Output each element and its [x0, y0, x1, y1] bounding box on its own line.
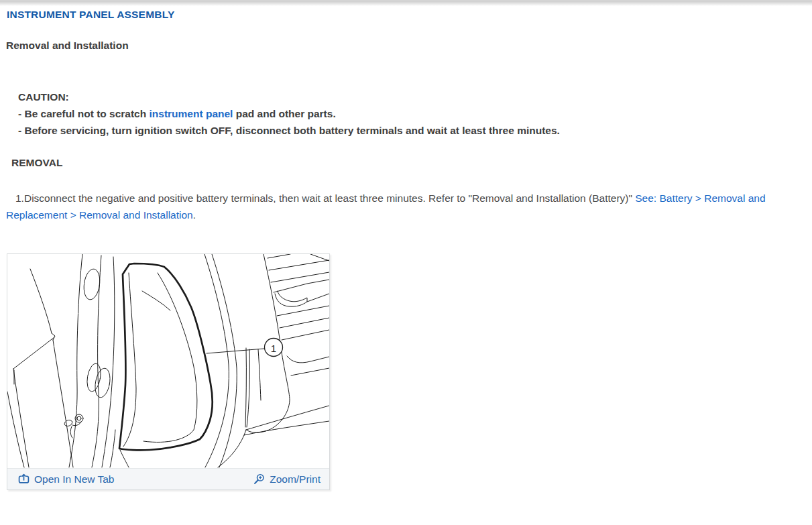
louver-line-5 — [280, 318, 329, 328]
removal-heading: REMOVAL — [11, 157, 812, 169]
caution-label: CAUTION: — [18, 89, 812, 105]
top-shadow-band — [0, 0, 812, 6]
louver-line-8 — [291, 368, 329, 375]
vent-top-line — [274, 280, 329, 292]
dash-face-line-3 — [258, 349, 261, 400]
door-edge-upper — [30, 269, 52, 333]
magnifier-plus-icon — [253, 473, 265, 485]
caution-line-1-pre: - Be careful not to scratch — [18, 108, 150, 119]
louver-line-3 — [271, 272, 329, 282]
finisher-crease-line — [142, 291, 170, 310]
louver-line-2 — [269, 260, 329, 270]
clip-washer — [64, 419, 73, 427]
caution-line-2: - Before servicing, turn ignition switch… — [18, 122, 812, 139]
figure-footer-bar: Open In New Tab Zoom/Print — [7, 468, 329, 489]
instrument-panel-diagram: 1 — [7, 254, 329, 468]
louver-line-1 — [268, 254, 290, 258]
instrument-panel-link[interactable]: instrument panel — [150, 108, 233, 119]
caution-line-1: - Be careful not to scratch instrument p… — [18, 105, 812, 122]
dash-face-line-1 — [245, 348, 246, 427]
pillar-line-4 — [110, 430, 115, 467]
pillar-line-3 — [102, 257, 115, 467]
open-in-new-tab-icon — [18, 473, 30, 485]
pillar-line-2 — [92, 255, 101, 467]
step-1-suffix: . — [193, 209, 196, 221]
opening-curve-2 — [212, 254, 237, 467]
step-1-number: 1. — [15, 192, 24, 204]
caution-line-1-post: pad and other parts. — [233, 108, 335, 119]
step-1-text: Disconnect the negative and positive bat… — [24, 192, 635, 204]
zoom-print-link[interactable]: Zoom/Print — [253, 473, 321, 485]
step-1-paragraph: 1.Disconnect the negative and positive b… — [6, 190, 805, 223]
door-corner-line — [13, 337, 54, 369]
door-lower-line-2 — [7, 392, 24, 467]
vent-vane — [275, 291, 307, 306]
finisher-inner-contour — [143, 273, 197, 442]
open-in-new-tab-link[interactable]: Open In New Tab — [18, 473, 114, 485]
zoom-print-label: Zoom/Print — [270, 473, 321, 485]
louver-line-6 — [282, 330, 329, 340]
louver-line-7 — [287, 356, 329, 363]
opening-curve-1 — [205, 254, 229, 467]
door-lower-line-1 — [13, 369, 29, 467]
dash-bottom-curve — [218, 430, 246, 467]
section-subtitle: Removal and Installation — [6, 40, 812, 52]
dash-face-line-2 — [247, 349, 249, 427]
louver-line-4 — [277, 306, 329, 316]
figure-panel: 1 Open In New Tab Zoom/Print — [7, 253, 330, 490]
caution-block: CAUTION: - Be careful not to scratch ins… — [18, 89, 812, 139]
louver-corner-line — [310, 254, 329, 261]
clip-bolt-inner — [77, 416, 81, 420]
door-edge-lower — [53, 340, 73, 467]
finisher-lower-tail — [120, 450, 129, 467]
pillar-hole-bottom-right — [93, 367, 112, 399]
open-in-new-tab-label: Open In New Tab — [34, 473, 114, 485]
vent-bottom-line — [307, 294, 329, 302]
callout-number: 1 — [271, 343, 276, 354]
pillar-hole-bottom-left — [85, 363, 103, 393]
dash-lower-diagonal-2 — [244, 421, 329, 435]
page-title: INSTRUMENT PANEL ASSEMBLY — [7, 9, 812, 21]
clip-tail — [70, 426, 72, 438]
